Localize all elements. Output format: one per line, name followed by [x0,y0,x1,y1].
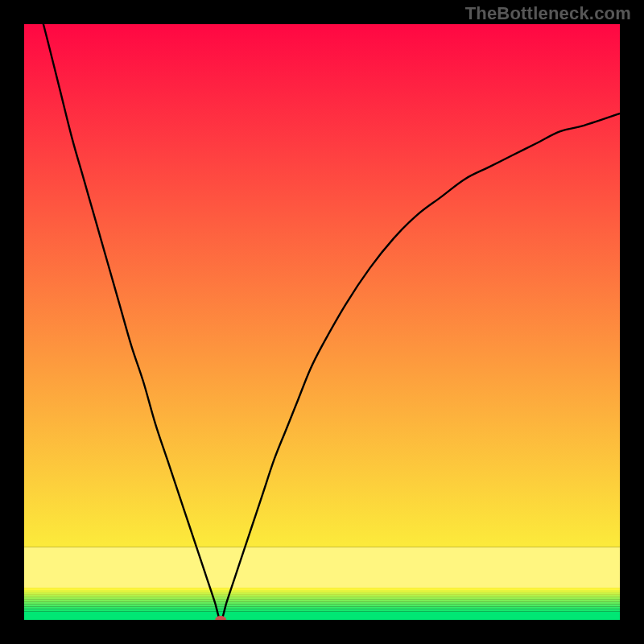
svg-rect-6 [24,597,620,600]
svg-rect-5 [24,600,620,602]
svg-rect-11 [24,547,620,588]
svg-rect-9 [24,590,620,592]
plot-area [24,24,620,620]
svg-rect-1 [24,609,620,612]
svg-rect-2 [24,607,620,609]
svg-rect-3 [24,605,620,607]
svg-rect-0 [24,612,620,620]
svg-rect-7 [24,595,620,597]
watermark-text: TheBottleneck.com [465,3,631,24]
svg-rect-8 [24,592,620,595]
svg-rect-10 [24,588,620,590]
chart-svg [24,24,620,620]
svg-rect-4 [24,602,620,605]
chart-frame: TheBottleneck.com [0,0,644,644]
